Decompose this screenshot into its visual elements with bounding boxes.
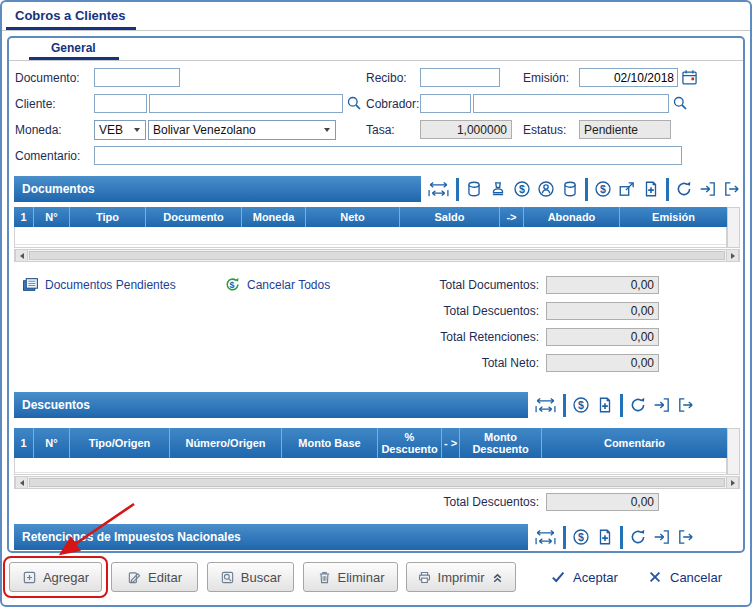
column-header[interactable]: Saldo	[400, 207, 500, 227]
comentario-field[interactable]	[94, 146, 682, 165]
retenciones-section-title: Retenciones de Impuestos Nacionales	[22, 530, 241, 544]
column-header[interactable]: 1	[14, 207, 34, 227]
add-document-icon[interactable]	[596, 396, 614, 414]
dollar-circle-icon[interactable]	[572, 528, 590, 546]
cobrador-search-icon[interactable]	[672, 95, 688, 111]
agregar-button[interactable]: Agregar	[9, 562, 102, 592]
cancelar-button[interactable]: Cancelar	[647, 562, 722, 592]
documentos-pendientes-link[interactable]: Documentos Pendientes	[22, 276, 176, 293]
descuentos-section-header: Descuentos	[14, 392, 528, 418]
column-header[interactable]: Tipo	[70, 207, 146, 227]
cliente-search-icon[interactable]	[346, 95, 362, 111]
column-header[interactable]: N°	[34, 207, 70, 227]
column-header[interactable]: Emisión	[620, 207, 727, 227]
documentos-horizontal-scrollbar[interactable]	[14, 249, 740, 262]
column-resize-icon[interactable]	[534, 528, 557, 546]
refresh-icon[interactable]	[629, 528, 647, 546]
edit-icon	[127, 570, 142, 585]
printer-icon	[417, 570, 432, 585]
add-document-icon[interactable]	[642, 180, 660, 198]
scroll-thumb[interactable]	[29, 478, 725, 487]
column-header[interactable]: Documento	[146, 207, 242, 227]
cobrador-name-field[interactable]	[473, 94, 669, 113]
cancelar-todos-link[interactable]: Cancelar Todos	[224, 276, 330, 293]
emision-label: Emisión:	[523, 71, 569, 85]
emision-field[interactable]	[579, 68, 678, 87]
descuentos-total-label: Total Descuentos:	[339, 495, 539, 509]
moneda-name-select[interactable]: Bolivar Venezolano	[148, 120, 336, 140]
recibo-label: Recibo:	[366, 71, 407, 85]
documentos-section-title: Documentos	[22, 182, 95, 196]
toolbar-separator	[620, 394, 623, 417]
collapse-chevrons-icon[interactable]	[490, 570, 505, 585]
column-header[interactable]: Monto Descuento	[460, 428, 542, 458]
aceptar-button[interactable]: Aceptar	[550, 562, 618, 592]
total-retenciones-label: Total Retenciones:	[339, 330, 539, 344]
add-document-icon[interactable]	[596, 528, 614, 546]
database-icon[interactable]	[465, 180, 483, 198]
dollar-circle-icon[interactable]	[594, 180, 612, 198]
column-header[interactable]: - >	[442, 428, 460, 458]
stamp-icon[interactable]	[489, 180, 507, 198]
window-tab-title[interactable]: Cobros a Clientes	[15, 8, 126, 23]
column-header[interactable]: Abonado	[524, 207, 620, 227]
column-header[interactable]: ->	[500, 207, 524, 227]
dollar-circle-icon[interactable]	[513, 180, 531, 198]
column-header[interactable]: % Descuento	[378, 428, 442, 458]
scroll-right-button[interactable]	[726, 477, 739, 488]
scroll-right-button[interactable]	[726, 250, 739, 261]
column-header[interactable]: Neto	[306, 207, 400, 227]
tab-general[interactable]: General	[51, 41, 96, 55]
column-header[interactable]: Monto Base	[282, 428, 378, 458]
total-descuentos-label: Total Descuentos:	[339, 304, 539, 318]
toolbar-separator	[563, 526, 566, 549]
estatus-field: Pendiente	[579, 120, 671, 139]
row-in-icon[interactable]	[653, 396, 671, 414]
refresh-icon[interactable]	[629, 396, 647, 414]
column-resize-icon[interactable]	[534, 396, 557, 414]
scroll-left-button[interactable]	[15, 477, 28, 488]
row-out-icon[interactable]	[677, 528, 695, 546]
descuentos-vertical-scrollbar[interactable]	[727, 428, 740, 475]
chevron-down-icon	[134, 128, 140, 132]
documentos-vertical-scrollbar[interactable]	[727, 207, 740, 248]
column-header[interactable]: Número/Origen	[170, 428, 282, 458]
buscar-button[interactable]: Buscar	[207, 562, 294, 592]
client-circle-icon[interactable]	[537, 180, 555, 198]
column-header[interactable]: Tipo/Origen	[70, 428, 170, 458]
recibo-field[interactable]	[420, 68, 500, 87]
row-out-icon[interactable]	[677, 396, 695, 414]
toolbar-separator	[620, 526, 623, 549]
scroll-left-button[interactable]	[15, 250, 28, 261]
agregar-label: Agregar	[43, 570, 89, 585]
column-header[interactable]: Comentario	[542, 428, 727, 458]
table-row	[15, 227, 726, 245]
row-in-icon[interactable]	[699, 180, 717, 198]
cliente-label: Cliente:	[15, 97, 56, 111]
cancelar-todos-label: Cancelar Todos	[247, 278, 330, 292]
eliminar-button[interactable]: Eliminar	[303, 562, 398, 592]
documento-field[interactable]	[94, 68, 180, 87]
calendar-icon[interactable]	[681, 69, 698, 86]
row-in-icon[interactable]	[653, 528, 671, 546]
total-retenciones-value: 0,00	[546, 328, 659, 346]
moneda-code-select[interactable]: VEB	[94, 120, 146, 140]
cliente-name-field[interactable]	[149, 94, 343, 113]
descuentos-horizontal-scrollbar[interactable]	[14, 476, 740, 489]
column-resize-icon[interactable]	[427, 180, 450, 198]
imprimir-button[interactable]: Imprimir	[406, 562, 516, 592]
dollar-circle-icon[interactable]	[572, 396, 590, 414]
column-header[interactable]: Moneda	[242, 207, 306, 227]
cliente-code-field[interactable]	[94, 94, 147, 113]
export-icon[interactable]	[618, 180, 636, 198]
cobrador-code-field[interactable]	[420, 94, 471, 113]
scroll-thumb[interactable]	[29, 251, 725, 260]
database-icon[interactable]	[561, 180, 579, 198]
column-header[interactable]: N°	[34, 428, 70, 458]
cobros-a-clientes-window: Cobros a Clientes General Documento: Rec…	[0, 0, 752, 607]
column-header[interactable]: 1	[14, 428, 34, 458]
refresh-icon[interactable]	[675, 180, 693, 198]
row-out-icon[interactable]	[723, 180, 741, 198]
toolbar-separator	[585, 178, 588, 201]
editar-button[interactable]: Editar	[111, 562, 198, 592]
